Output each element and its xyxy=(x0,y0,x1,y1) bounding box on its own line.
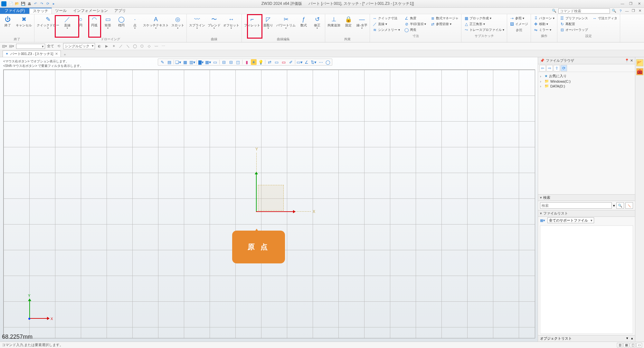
ribbon-直線[interactable]: ／直線 ▾ xyxy=(373,21,400,27)
vt-circ-icon[interactable]: ◯ xyxy=(325,59,331,65)
doc-tab[interactable]: ✦ パート001.Z3 - [スケッチ1] ✕ xyxy=(3,50,61,57)
ribbon-シンメトリー[interactable]: ≋シンメトリー ▾ xyxy=(373,27,400,33)
tree-drive-c[interactable]: ›📁Windows(C:) xyxy=(540,79,633,84)
vt-cube-icon[interactable]: ❏▾ xyxy=(175,59,181,65)
open-icon[interactable]: 📂 xyxy=(14,1,20,6)
ribbon-楕円[interactable]: ◯楕円 xyxy=(115,15,128,28)
sketch-grid[interactable]: Y X X Y 原 点 xyxy=(3,69,535,338)
save-icon[interactable]: 💾 xyxy=(21,1,26,6)
command-search-input[interactable] xyxy=(558,8,610,14)
tab-tools[interactable]: ツール xyxy=(52,8,70,14)
ribbon-再配置[interactable]: ↻再配置 xyxy=(560,21,588,27)
file-search-go-icon[interactable]: 🔍 xyxy=(616,202,624,209)
tree-favorites[interactable]: ›★お気に入り xyxy=(540,73,633,79)
vt-selr-icon[interactable]: ▭ xyxy=(281,59,287,65)
inner-min-icon[interactable]: — xyxy=(625,9,629,13)
ribbon-パワートリム[interactable]: ✂パワートリム▾ xyxy=(275,15,297,30)
file-search-clear-icon[interactable]: ＼ xyxy=(625,202,633,209)
file-filter-combo[interactable]: 全てのサポートファイル xyxy=(547,217,594,223)
tab-information[interactable]: インフォメーション xyxy=(70,8,111,14)
ribbon-点[interactable]: ·点▾ xyxy=(128,15,141,30)
ribbon-クイック寸法[interactable]: ↔クイック寸法 xyxy=(373,15,400,21)
vt-light-icon[interactable]: ☀ xyxy=(251,59,257,65)
tb-i9-icon[interactable]: 〰 xyxy=(154,44,159,49)
ribbon-トレースプロファイル[interactable]: ⤳トレースプロファイル ▾ xyxy=(464,27,504,33)
ribbon-数式マネージャ[interactable]: ≣数式マネージャ xyxy=(431,15,459,21)
fb-fwd-icon[interactable]: ⇨ xyxy=(546,65,553,71)
tb-i8-icon[interactable]: ◇ xyxy=(147,44,152,49)
canvas[interactable]: <マウス右ボタン> でオプション表示します。 <Shift-マウス右ボタン> で… xyxy=(0,57,538,342)
tb-i5-icon[interactable]: ＼ xyxy=(125,44,130,49)
tab-close-icon[interactable]: ✕ xyxy=(55,52,58,56)
view3-icon[interactable]: ◫ xyxy=(630,343,636,347)
ribbon-オーバーラップ[interactable]: ⊟オーバーラップ xyxy=(560,27,588,33)
vt-bulb-icon[interactable]: 💡 xyxy=(258,59,264,65)
ribbon-ミラー[interactable]: ⇋ミラー ▾ xyxy=(534,27,554,33)
vt-grid1-icon[interactable]: ▥▾ xyxy=(189,59,195,65)
vt-dash-icon[interactable]: ⋯ xyxy=(318,59,324,65)
search-section-header[interactable]: ▾検索 xyxy=(538,194,635,201)
ribbon-クイックドロー[interactable]: ✎クイックドロー▾ xyxy=(36,15,60,30)
ribbon-正三角形[interactable]: △正三角形 ▾ xyxy=(464,21,504,27)
inner-close-icon[interactable]: ✕ xyxy=(638,9,642,13)
tb-i10-icon[interactable]: ⋯ xyxy=(161,44,166,49)
pin-icon[interactable]: ✦ xyxy=(5,52,8,56)
tb-i4-icon[interactable]: ／ xyxy=(118,44,123,49)
vt-plane-icon[interactable]: ▭ xyxy=(212,59,218,65)
view1-icon[interactable]: ▥ xyxy=(617,343,623,347)
ribbon-固定[interactable]: 🔒固定 xyxy=(342,15,355,28)
vt-layer-icon[interactable]: ▤ xyxy=(166,59,172,65)
vt-brush-icon[interactable]: ✐ xyxy=(288,59,294,65)
vt-sect-icon[interactable]: ⊟ xyxy=(221,59,227,65)
tree-drive-d[interactable]: ›📁DATA(D:) xyxy=(540,84,633,88)
ribbon-半径/直径[interactable]: ⊘半径/直径 ▾ xyxy=(404,21,426,27)
ribbon-スケッチテキスト[interactable]: Aスケッチテキスト▾ xyxy=(142,15,170,30)
vt-pen-icon[interactable]: ✎ xyxy=(159,59,165,65)
close-icon[interactable]: ✕ xyxy=(636,2,643,6)
file-list-area[interactable] xyxy=(540,225,633,334)
ribbon-スプライン[interactable]: 〰スプライン▾ xyxy=(188,15,206,30)
ribbon-寸法エディタ[interactable]: ↔寸法エディタ xyxy=(592,15,617,21)
vt-sync-icon[interactable]: ⇄ xyxy=(267,59,272,65)
ribbon-角度[interactable]: ∠角度 xyxy=(404,15,426,21)
ribbon-移動[interactable]: ✥移動 ▾ xyxy=(534,21,554,27)
ribbon-イメージ[interactable]: 🖼イメージ xyxy=(510,21,528,27)
new-icon[interactable]: 📄 xyxy=(8,1,14,6)
inner-max-icon[interactable]: ❐ xyxy=(631,9,636,13)
ribbon-線-水平[interactable]: —線-水平▾ xyxy=(355,15,368,30)
vt-sort-icon[interactable]: ⇅▾ xyxy=(311,59,317,65)
vt-angle-icon[interactable]: ∠ xyxy=(304,59,309,65)
fb-back-icon[interactable]: ⇦ xyxy=(539,65,546,71)
tab-app[interactable]: アプリ xyxy=(111,8,129,14)
vt-sel-icon[interactable]: ▭ xyxy=(274,59,279,65)
ribbon-参照切替[interactable]: ⇄参照切替 ▾ xyxy=(431,21,459,27)
tb-i6-icon[interactable]: ◯ xyxy=(132,44,137,49)
ribbon-数式[interactable]: ƒ数式 xyxy=(297,15,310,28)
vt-h1-icon[interactable]: ⊟ xyxy=(228,59,234,65)
maximize-icon[interactable]: ❐ xyxy=(627,2,634,6)
fb-up-icon[interactable]: ⇧ xyxy=(554,65,560,71)
vt-color-icon[interactable]: ▮ xyxy=(244,59,250,65)
ribbon-修正[interactable]: ↺修正▾ xyxy=(311,15,324,30)
ribbon-拘束追加[interactable]: ⊥拘束追加 xyxy=(327,15,341,28)
ribbon-フィレット[interactable]: ⌐フィレット xyxy=(243,15,261,28)
side-tab-folder-icon[interactable]: 📂 xyxy=(636,59,643,66)
ribbon-パターン[interactable]: ⠿パターン ▾ xyxy=(534,15,554,21)
fb-refresh-icon[interactable]: ⟳ xyxy=(561,65,567,71)
sketch-selection-box[interactable] xyxy=(258,185,284,211)
ribbon-面取り[interactable]: ◸面取り▾ xyxy=(262,15,275,30)
side-tab-tools-icon[interactable]: 🧰 xyxy=(636,68,643,75)
ribbon-矩形[interactable]: ▭矩形▾ xyxy=(101,15,114,30)
file-menu[interactable]: ファイル(F) xyxy=(0,8,29,14)
ribbon-スロット[interactable]: ◎スロット▾ xyxy=(170,15,185,30)
reset-icon[interactable]: ⟲ xyxy=(56,44,61,49)
ribbon-プリファレンス[interactable]: ☰プリファレンス xyxy=(560,15,588,21)
filter-all[interactable]: 全て xyxy=(47,44,54,49)
filter1-icon[interactable]: ▧▾ xyxy=(2,44,7,49)
ribbon-オフセット[interactable]: ↔オフセット▾ xyxy=(222,15,240,30)
vt-h2-icon[interactable]: ◫ xyxy=(235,59,241,65)
tab-sketch[interactable]: スケッチ xyxy=(29,8,52,14)
view2-icon[interactable]: ▦ xyxy=(623,343,629,347)
vt-grp-icon[interactable]: ▭▾ xyxy=(297,59,302,65)
object-list-header[interactable]: オブジェクトリスト▾ ▴ xyxy=(538,335,635,342)
